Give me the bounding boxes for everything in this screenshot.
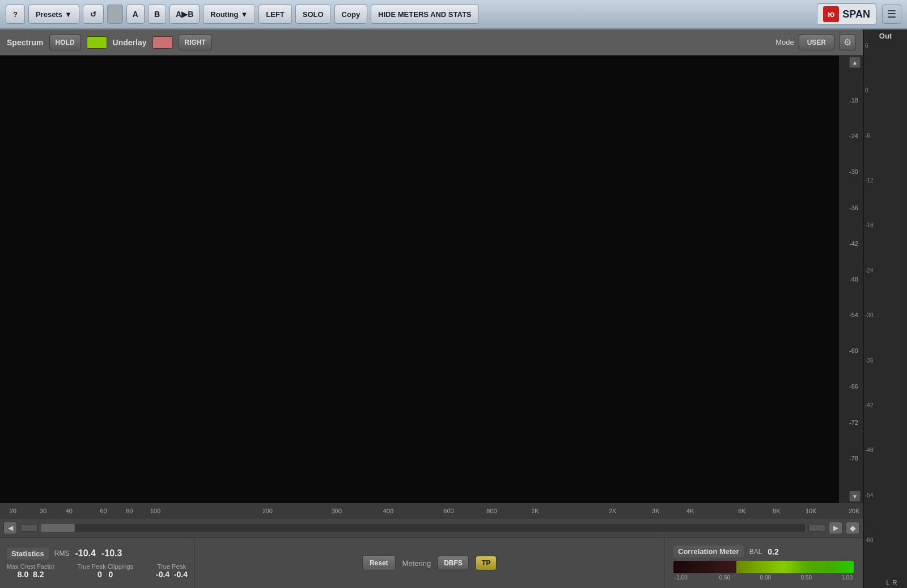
rms-val1: -10.4	[75, 549, 95, 559]
db-value--48: -48	[841, 276, 861, 283]
freq-200: 200	[262, 509, 273, 515]
ab-state-button[interactable]	[107, 5, 123, 24]
true-peak-label: True Peak	[158, 563, 186, 570]
corr-label--0.5: -0.50	[717, 575, 730, 581]
freq-2k: 2K	[609, 509, 616, 515]
scroll-right-button[interactable]: ▶	[829, 523, 842, 535]
spectrum-header: Spectrum HOLD Underlay RIGHT Mode USER ⚙	[0, 29, 863, 55]
db-scroll-down-button[interactable]: ▼	[849, 492, 861, 503]
freq-3k: 3K	[652, 509, 659, 515]
reset-button[interactable]: Reset	[362, 556, 396, 572]
freq-60: 60	[100, 509, 107, 515]
rms-val2: -10.3	[101, 549, 122, 559]
dbfs-button[interactable]: DBFS	[438, 556, 469, 571]
spectrum-canvas-wrapper: ▲ -18 -24 -30 -36 -42 -48 -54 -60 -66 -7…	[0, 55, 863, 504]
solo-button[interactable]: SOLO	[295, 5, 331, 24]
db-value--24: -24	[841, 133, 861, 139]
vu-out-label: Out	[879, 32, 892, 40]
vu-scale--6: -6	[865, 433, 879, 440]
a-button[interactable]: A	[126, 5, 145, 24]
freq-6k: 6K	[738, 509, 745, 515]
b-button[interactable]: B	[148, 5, 166, 24]
vu-bar-right	[887, 42, 905, 588]
mode-user-button[interactable]: USER	[799, 34, 834, 50]
correlation-title-row: Correlation Meter BAL 0.2	[673, 546, 854, 558]
spectrum-canvas[interactable]	[0, 55, 839, 504]
corr-label-0: 0.00	[760, 575, 771, 581]
main-content: Spectrum HOLD Underlay RIGHT Mode USER ⚙…	[0, 29, 907, 588]
hamburger-button[interactable]: ☰	[882, 5, 901, 24]
freq-20: 20	[10, 509, 16, 515]
refresh-button[interactable]: ↺	[83, 5, 104, 24]
freq-800: 800	[486, 509, 497, 515]
bal-value: 0.2	[768, 547, 778, 556]
hold-button[interactable]: HOLD	[49, 34, 81, 50]
routing-button[interactable]: Routing ▼	[203, 5, 255, 24]
true-peak-clip-values: 0 0	[98, 570, 113, 579]
vu-scale-0: 0	[865, 238, 879, 244]
span-logo: ю SPAN	[817, 3, 876, 25]
freq-30: 30	[40, 509, 46, 515]
scroll-thumb-right[interactable]	[808, 525, 825, 533]
max-crest-item: Max Crest Factor 8.0 8.2	[7, 563, 54, 579]
hide-meters-button[interactable]: HIDE METERS AND STATS	[371, 5, 478, 24]
logo-area: ю SPAN ☰	[817, 3, 901, 25]
freq-10k: 10K	[806, 509, 817, 515]
scroll-thumb[interactable]	[41, 525, 75, 533]
db-scroll-up-button[interactable]: ▲	[849, 56, 861, 67]
pink-color-swatch[interactable]	[152, 36, 173, 48]
db-value--72: -72	[841, 420, 861, 427]
logo-icon: ю	[823, 6, 839, 22]
scroll-left-button[interactable]: ◀	[3, 523, 17, 535]
ab-copy-button[interactable]: A▶B	[169, 5, 200, 24]
freq-400: 400	[383, 509, 393, 515]
db-value--54: -54	[841, 312, 861, 319]
db-value--36: -36	[841, 204, 861, 211]
db-value--78: -78	[841, 456, 861, 463]
mode-area: Mode USER ⚙	[775, 34, 856, 50]
diamond-button[interactable]: ◆	[846, 523, 859, 535]
stats-sub-row: Max Crest Factor 8.0 8.2 True Peak Clipp…	[7, 563, 188, 579]
corr-label-1: 1.00	[842, 575, 853, 581]
corr-label-0.5: 0.50	[801, 575, 812, 581]
freq-20k: 20K	[849, 509, 860, 515]
rms-label: RMS	[54, 550, 70, 558]
right-button[interactable]: RIGHT	[179, 34, 212, 50]
max-crest-label: Max Crest Factor	[7, 563, 54, 570]
presets-button[interactable]: Presets ▼	[28, 5, 79, 24]
freq-600: 600	[443, 509, 454, 515]
freq-axis: 20 30 40 60 80 100 200 300 400 600 800 1…	[0, 504, 863, 520]
stats-title-row: Statistics RMS -10.4 -10.3	[7, 548, 188, 560]
correlation-meter-bar	[673, 561, 854, 574]
copy-button[interactable]: Copy	[334, 5, 368, 24]
corr-label--1: -1.00	[675, 575, 688, 581]
scroll-thumb-left[interactable]	[20, 525, 37, 533]
true-peak-values: -0.4 -0.4	[156, 570, 188, 579]
freq-1k: 1K	[531, 509, 539, 515]
scroll-bar-area: ◀ ▶ ◆	[0, 520, 863, 538]
freq-40: 40	[66, 509, 73, 515]
vu-meter: Out 6 0 -6 -12 -18 -24 -30 -36 -42 -48 -…	[863, 29, 907, 588]
max-crest-values: 8.0 8.2	[18, 570, 44, 579]
freq-100: 100	[150, 509, 160, 515]
correlation-axis-labels: -1.00 -0.50 0.00 0.50 1.00	[673, 575, 854, 581]
tp-button[interactable]: TP	[476, 556, 497, 571]
metering-label: Metering	[402, 559, 431, 568]
green-color-swatch[interactable]	[87, 36, 107, 48]
spectrum-display	[0, 55, 839, 504]
stats-section: Statistics RMS -10.4 -10.3 Max Crest Fac…	[0, 539, 195, 588]
true-peak-item: True Peak -0.4 -0.4	[156, 563, 188, 579]
db-value--30: -30	[841, 169, 861, 176]
freq-4k: 4K	[686, 509, 694, 515]
correlation-title: Correlation Meter	[673, 546, 744, 558]
left-button[interactable]: LEFT	[258, 5, 292, 24]
scroll-track[interactable]	[41, 525, 805, 533]
db-value--60: -60	[841, 348, 861, 355]
statistics-label: Statistics	[7, 548, 49, 560]
vu-scale-6: 6	[865, 42, 879, 49]
metering-section: Reset Metering DBFS TP	[195, 539, 664, 588]
help-button[interactable]: ?	[6, 5, 25, 24]
stats-bar: Statistics RMS -10.4 -10.3 Max Crest Fac…	[0, 538, 863, 588]
gear-button[interactable]: ⚙	[839, 34, 856, 50]
underlay-label: Underlay	[113, 37, 147, 46]
